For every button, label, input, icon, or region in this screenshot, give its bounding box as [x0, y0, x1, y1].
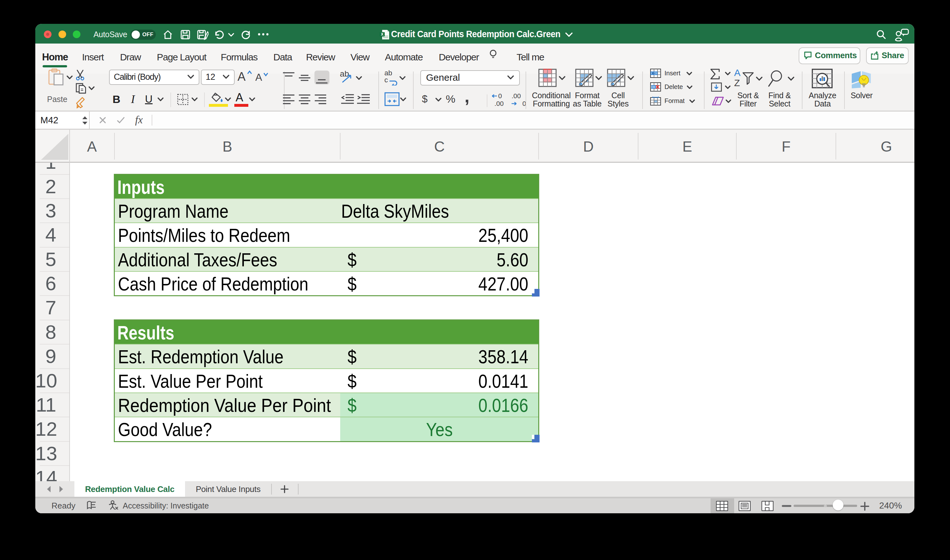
svg-text:A: A: [734, 68, 741, 78]
svg-text:c: c: [384, 76, 388, 84]
svg-text:0: 0: [498, 93, 502, 100]
svg-text:X: X: [381, 32, 383, 37]
svg-text:Z: Z: [734, 78, 740, 88]
svg-text:.00: .00: [494, 100, 503, 107]
